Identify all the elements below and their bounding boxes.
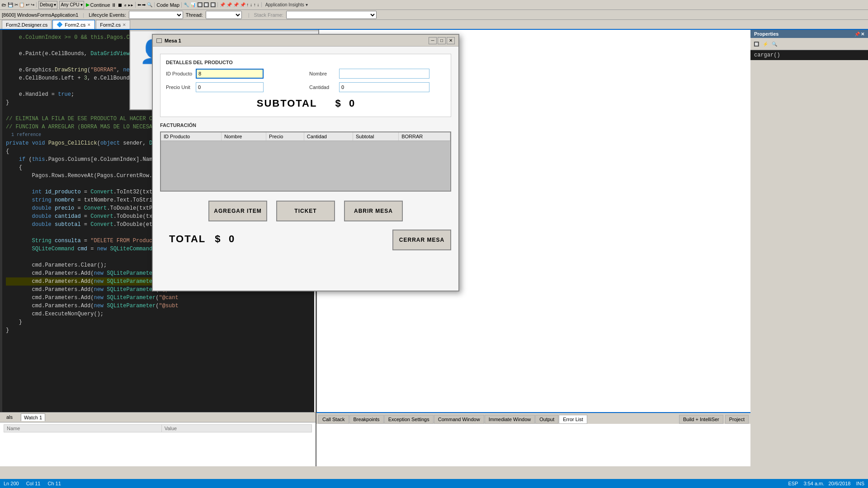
debug-tab-output[interactable]: Output	[535, 415, 558, 424]
billing-section-label: FACTURACIÓN	[160, 122, 451, 128]
watch-panel-header: als Watch 1	[0, 413, 316, 422]
more-icons: 📌 📌 📌 📌 ↑ ↓ ↑ ↓	[220, 2, 261, 7]
app-insights-chevron: ▾	[306, 2, 308, 7]
billing-empty-cell	[161, 141, 450, 191]
stack-frame-label: Stack Frame:	[254, 12, 283, 18]
nombre-input[interactable]	[339, 69, 429, 79]
tab-close-icon2[interactable]: ✕	[123, 23, 126, 27]
code-map-section[interactable]: Code Map	[156, 2, 182, 8]
abrir-mesa-button[interactable]: ABRIR MESA	[344, 201, 403, 221]
id-producto-row: ID Producto	[166, 69, 302, 79]
tab-form2-designer[interactable]: Form2.Designer.cs	[2, 20, 52, 29]
product-fields: ID Producto Nombre Precio Unit Cantidad	[166, 69, 445, 92]
col-id-producto: ID Producto	[161, 132, 222, 141]
watch-content: Name Value	[0, 422, 316, 443]
subtotal-value: $ 0	[335, 98, 354, 109]
id-producto-input[interactable]	[196, 69, 264, 79]
col-precio: Precio	[266, 132, 304, 141]
lifecycle-dropdown[interactable]	[129, 11, 183, 19]
cantidad-label: Cantidad	[309, 84, 336, 90]
lifecycle-label: Lifecycle Events:	[89, 12, 126, 18]
nombre-label: Nombre	[309, 71, 336, 76]
right-panel: Properties 📌 ✕ 🔲 ⚡ 🔍 cargar()	[750, 30, 868, 466]
mesa-dialog: Mesa 1 ─ □ ✕ DETALLES DEL PRODUCTO ID Pr…	[152, 34, 459, 291]
debug-tab-exceptions[interactable]: Exception Settings	[384, 415, 434, 424]
watch-table: Name Value	[4, 424, 312, 432]
billing-table: ID Producto Nombre Precio Cantidad Subto…	[161, 132, 450, 191]
tab-close-icon[interactable]: ✕	[87, 23, 91, 27]
cerrar-mesa-button[interactable]: CERRAR MESA	[392, 230, 451, 250]
col-subtotal: Subtotal	[353, 132, 398, 141]
status-col: Col 11	[26, 481, 41, 486]
tab-label: Form2.Designer.cs	[6, 22, 47, 28]
cpu-section[interactable]: Any CPU ▾	[59, 1, 84, 9]
billing-table-wrapper: ID Producto Nombre Precio Cantidad Subto…	[160, 131, 451, 192]
second-toolbar: [8600] WindowsFormsApplication1 | Lifecy…	[0, 10, 868, 20]
debug-tab-breakpoints[interactable]: Breakpoints	[349, 415, 384, 424]
properties-window-controls: 📌 ✕	[854, 32, 864, 37]
mesa-titlebar-controls: ─ □ ✕	[429, 37, 455, 44]
subtotal-amount: 0	[349, 98, 354, 109]
properties-title: Properties	[754, 31, 778, 37]
debug-tab-callstack[interactable]: Call Stack	[318, 415, 349, 424]
properties-pin-icon[interactable]: 📌	[854, 32, 860, 37]
total-symbol: $	[215, 233, 220, 244]
tab-project[interactable]: Project	[725, 415, 749, 424]
cargar-method-display: cargar()	[750, 50, 868, 60]
code-line: cmd.Parameters.Add(new SQLiteParameter("…	[6, 294, 311, 302]
ticket-button[interactable]: TICKET	[276, 201, 335, 221]
precio-unit-input[interactable]	[196, 82, 264, 92]
cargar-method-text: cargar()	[754, 52, 780, 58]
extra-icons: 🔧 📊 🔲 🔲 🔲	[184, 2, 218, 7]
total-left: TOTAL $ 0	[160, 233, 234, 245]
mesa-window-icon	[156, 38, 162, 43]
code-line: }	[6, 318, 311, 326]
prop-icon-3[interactable]: 🔍	[770, 40, 778, 48]
cantidad-input[interactable]	[339, 82, 429, 92]
agregar-item-button[interactable]: AGREGAR ITEM	[208, 201, 267, 221]
watch-panel: als Watch 1 Name Value	[0, 412, 316, 466]
nombre-row: Nombre	[309, 69, 445, 79]
col-cantidad: Cantidad	[304, 132, 353, 141]
prop-icon-1[interactable]: 🔲	[752, 40, 760, 48]
total-label: TOTAL	[169, 233, 206, 245]
build-intellisense-tabs: Build + IntelliSer Project	[679, 415, 749, 424]
status-date: 20/6/2018	[828, 481, 850, 486]
properties-close-icon[interactable]: ✕	[861, 32, 864, 37]
col-nombre: Nombre	[222, 132, 266, 141]
debug-label: Debug	[40, 2, 53, 7]
watch-empty-row[interactable]	[4, 432, 312, 441]
tab-build[interactable]: Build + IntelliSer	[679, 415, 723, 424]
debug-tab-errorlist[interactable]: Error List	[559, 415, 587, 424]
mesa-close-btn[interactable]: ✕	[447, 37, 455, 44]
continue-section: ▶ Continue ⏸ ⏹ ↺ ▶▶	[86, 2, 136, 8]
mesa-minimize-btn[interactable]: ─	[429, 37, 437, 44]
watch-tab-als[interactable]: als	[4, 413, 15, 421]
continue-label: Continue	[90, 2, 110, 8]
stack-dropdown[interactable]	[286, 11, 377, 19]
mesa-maximize-btn[interactable]: □	[438, 37, 446, 44]
id-producto-label: ID Producto	[166, 71, 193, 76]
precio-unit-row: Precio Unit	[166, 82, 302, 92]
debug-tab-commandwindow[interactable]: Command Window	[434, 415, 484, 424]
billing-tbody	[161, 141, 450, 191]
mesa-title-left: Mesa 1	[156, 38, 181, 43]
thread-dropdown[interactable]	[206, 11, 242, 19]
billing-header-row: ID Producto Nombre Precio Cantidad Subto…	[161, 132, 450, 141]
debug-tab-immediate[interactable]: Immediate Window	[485, 415, 535, 424]
watch-tab-watch1[interactable]: Watch 1	[21, 413, 45, 421]
top-toolbar: 🗁 💾 ✂ 📋 ↩ ↪ Debug ▾ Any CPU ▾ ▶ Continue…	[0, 0, 868, 10]
subtotal-row: SUBTOTAL $ 0	[166, 92, 445, 111]
tab-form2-cs-2[interactable]: Form2.cs ✕	[96, 20, 130, 29]
toolbar-icons: 🗁 💾 ✂ 📋 ↩ ↪	[2, 2, 34, 7]
app-insights-text: Application Insights	[265, 2, 304, 7]
cpu-label: Any CPU	[61, 2, 79, 7]
watch-col-value: Value	[161, 425, 311, 432]
tab-form2-cs-1[interactable]: 🔷 Form2.cs ✕	[52, 20, 95, 29]
tab-icon: 🔷	[57, 22, 63, 28]
status-ins: INS	[856, 481, 864, 486]
debug-tabs-bar: Call Stack Breakpoints Exception Setting…	[316, 413, 750, 424]
total-value: $ 0	[215, 233, 234, 245]
prop-icon-2[interactable]: ⚡	[761, 40, 769, 48]
debug-section[interactable]: Debug ▾	[38, 1, 57, 9]
